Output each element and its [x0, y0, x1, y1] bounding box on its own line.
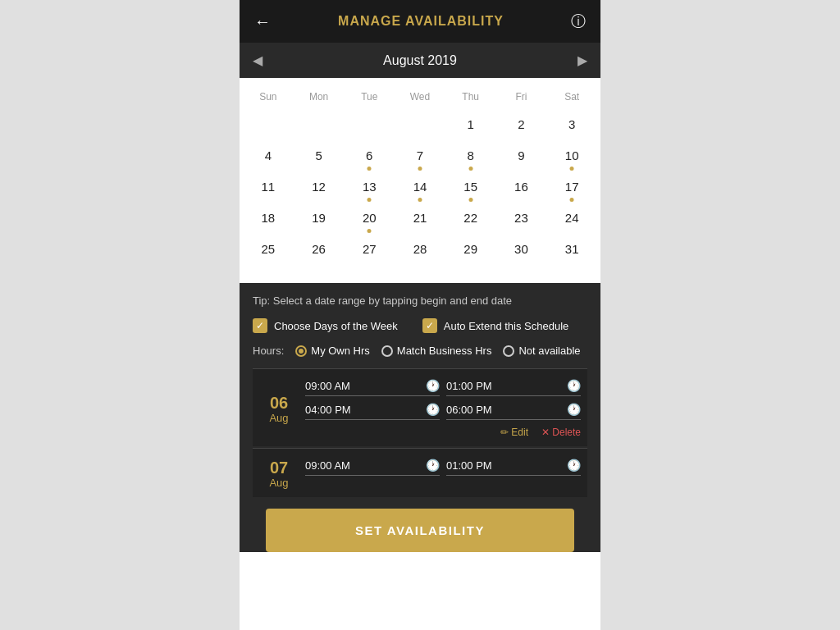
- edit-button-1[interactable]: ✏ Edit: [500, 427, 528, 438]
- cal-day-num-34: 30: [514, 242, 528, 256]
- cal-day-14[interactable]: 10: [546, 142, 597, 173]
- radio-my-own-hrs-label: My Own Hrs: [311, 345, 370, 357]
- cal-day-34[interactable]: 30: [496, 235, 547, 267]
- weekday-sat: Sat: [546, 86, 597, 107]
- time-end-1-1[interactable]: 01:00 PM 🕐: [446, 379, 581, 396]
- cal-day-4: [395, 111, 445, 142]
- cal-day-6[interactable]: 2: [496, 111, 547, 142]
- cal-day-num-9: 5: [315, 148, 322, 162]
- time-end-1-2[interactable]: 06:00 PM 🕐: [446, 403, 581, 420]
- cal-day-13[interactable]: 9: [496, 142, 547, 173]
- radio-match-business-dot[interactable]: [381, 345, 393, 357]
- radio-my-own-hrs-dot[interactable]: [295, 345, 307, 357]
- cal-day-17[interactable]: 13: [344, 173, 395, 204]
- cal-day-31[interactable]: 27: [344, 235, 395, 267]
- cal-day-26[interactable]: 22: [445, 204, 496, 235]
- cal-day-num-13: 9: [518, 148, 524, 162]
- weekday-thu: Thu: [445, 86, 496, 107]
- cal-day-35[interactable]: 31: [546, 235, 597, 267]
- prev-month-button[interactable]: ◀: [253, 52, 262, 68]
- time-start-value-1-1: 09:00 AM: [305, 380, 350, 392]
- schedule-day-1: 06: [270, 394, 288, 412]
- weekdays-row: Sun Mon Tue Wed Thu Fri Sat: [243, 86, 597, 107]
- cal-day-22[interactable]: 18: [243, 204, 294, 235]
- cal-day-num-29: 25: [262, 242, 276, 256]
- cal-day-num-7: 3: [568, 117, 575, 131]
- cal-day-3: [344, 111, 395, 142]
- cal-day-num-16: 12: [312, 180, 326, 194]
- cal-day-9[interactable]: 5: [294, 142, 345, 173]
- weekday-tue: Tue: [344, 86, 395, 107]
- cal-day-28[interactable]: 24: [546, 204, 597, 235]
- info-icon[interactable]: ⓘ: [571, 11, 586, 31]
- schedule-date-2: 07 Aug: [259, 459, 299, 489]
- cal-day-num-5: 1: [468, 117, 474, 131]
- radio-not-available-label: Not available: [518, 345, 580, 357]
- auto-extend-checkbox[interactable]: ✓ Auto Extend this Schedule: [422, 318, 569, 333]
- time-start-2-1[interactable]: 09:00 AM 🕐: [305, 459, 440, 476]
- radio-not-available-dot[interactable]: [503, 345, 514, 357]
- schedule-date-1: 06 Aug: [259, 379, 299, 438]
- back-button[interactable]: ←: [254, 12, 271, 31]
- cal-day-33[interactable]: 29: [445, 235, 496, 267]
- auto-extend-checkbox-box[interactable]: ✓: [422, 318, 437, 333]
- cal-day-8[interactable]: 4: [243, 142, 294, 173]
- choose-days-checkbox[interactable]: ✓ Choose Days of the Week: [253, 318, 398, 333]
- weekday-wed: Wed: [395, 86, 445, 107]
- cal-day-23[interactable]: 19: [294, 204, 345, 235]
- cal-day-24[interactable]: 20: [344, 204, 395, 235]
- cal-day-20[interactable]: 16: [496, 173, 547, 204]
- schedule-day-2: 07: [270, 459, 288, 477]
- cal-day-30[interactable]: 26: [294, 235, 345, 267]
- cal-day-12[interactable]: 8: [445, 142, 496, 173]
- schedule-month-2: Aug: [269, 477, 288, 489]
- schedule-block-1: 06 Aug 09:00 AM 🕐 01:00 PM 🕐: [253, 368, 587, 446]
- choose-days-checkbox-box[interactable]: ✓: [253, 318, 267, 333]
- cal-day-32[interactable]: 28: [395, 235, 445, 267]
- cal-day-15[interactable]: 11: [243, 173, 294, 204]
- cal-day-18[interactable]: 14: [395, 173, 445, 204]
- choose-days-label: Choose Days of the Week: [274, 320, 398, 332]
- cal-day-7[interactable]: 3: [546, 111, 597, 142]
- set-availability-button[interactable]: SET AVAILABILITY: [266, 509, 574, 552]
- weekday-mon: Mon: [294, 86, 345, 107]
- cal-day-10[interactable]: 6: [344, 142, 395, 173]
- cal-dot-12: [468, 167, 472, 171]
- cal-day-27[interactable]: 23: [496, 204, 547, 235]
- radio-not-available[interactable]: Not available: [503, 345, 580, 357]
- cal-day-21[interactable]: 17: [546, 173, 597, 204]
- cal-day-num-19: 15: [463, 180, 477, 194]
- schedule-block-2: 07 Aug 09:00 AM 🕐 01:00 PM 🕐: [253, 448, 587, 497]
- phone-container: ← MANAGE AVAILABILITY ⓘ ◀ August 2019 ▶ …: [240, 0, 600, 630]
- cal-day-1: [243, 111, 294, 142]
- cal-dot-24: [368, 229, 372, 233]
- cal-day-11[interactable]: 7: [395, 142, 445, 173]
- cal-dot-17: [368, 198, 372, 202]
- action-row-1: ✏ Edit ✕ Delete: [305, 427, 581, 438]
- time-start-1-2[interactable]: 04:00 PM 🕐: [305, 403, 440, 420]
- time-start-1-1[interactable]: 09:00 AM 🕐: [305, 379, 440, 396]
- time-end-value-1-2: 06:00 PM: [446, 404, 492, 416]
- radio-my-own-hrs[interactable]: My Own Hrs: [295, 345, 370, 357]
- hours-label: Hours:: [253, 345, 284, 357]
- cal-day-num-22: 18: [262, 211, 276, 225]
- cal-day-num-14: 10: [565, 148, 579, 162]
- cal-day-num-21: 17: [565, 180, 579, 194]
- cal-day-num-26: 22: [463, 211, 477, 225]
- time-end-2-1[interactable]: 01:00 PM 🕐: [446, 459, 581, 476]
- time-row-1-2: 04:00 PM 🕐 06:00 PM 🕐: [305, 403, 581, 420]
- radio-match-business-label: Match Business Hrs: [397, 345, 492, 357]
- tip-text: Tip: Select a date range by tapping begi…: [253, 294, 587, 307]
- cal-day-num-11: 7: [417, 148, 423, 162]
- cal-day-25[interactable]: 21: [395, 204, 445, 235]
- next-month-button[interactable]: ▶: [578, 52, 587, 68]
- cal-day-num-23: 19: [312, 211, 326, 225]
- time-end-value-2-1: 01:00 PM: [446, 459, 492, 472]
- cal-day-5[interactable]: 1: [445, 111, 496, 142]
- cal-day-num-32: 28: [413, 242, 427, 256]
- cal-day-16[interactable]: 12: [294, 173, 345, 204]
- delete-button-1[interactable]: ✕ Delete: [541, 427, 581, 438]
- cal-day-19[interactable]: 15: [445, 173, 496, 204]
- cal-day-29[interactable]: 25: [243, 235, 294, 267]
- radio-match-business[interactable]: Match Business Hrs: [381, 345, 492, 357]
